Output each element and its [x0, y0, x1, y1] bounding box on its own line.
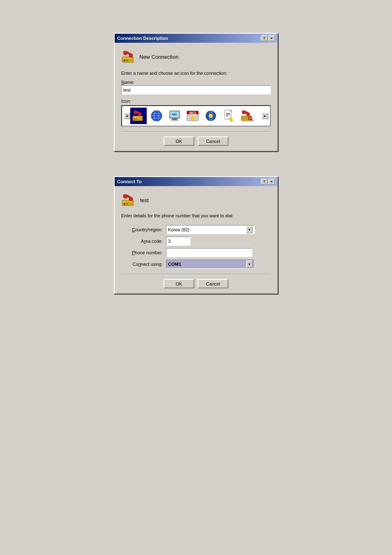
- connection-icon: [121, 193, 136, 207]
- dialog2-title: Connect To: [117, 179, 142, 184]
- country-dropdown-arrow[interactable]: ▼: [246, 226, 253, 233]
- area-label-cell: Area code:: [121, 235, 164, 247]
- modem-icon: [121, 49, 136, 64]
- dialog2-header: test: [121, 193, 271, 207]
- help-button-2[interactable]: ?: [261, 179, 267, 184]
- scroll-left-arrow[interactable]: ◄: [124, 113, 130, 119]
- svg-point-4: [129, 60, 130, 61]
- dialog2-buttons: OK Cancel: [121, 279, 271, 288]
- country-label-cell: Country/region:: [121, 224, 164, 235]
- cancel-button-2[interactable]: Cancel: [198, 279, 228, 288]
- connect-using-value: COM1: [168, 262, 181, 267]
- title-bar-buttons-2: ? ×: [261, 179, 275, 184]
- phone-input[interactable]: [166, 248, 252, 257]
- dialog1-icon-label: New Connection: [139, 54, 178, 60]
- connect-using-dropdown[interactable]: COM1 ▼: [166, 260, 255, 269]
- scroll-right-arrow[interactable]: ►: [262, 113, 268, 119]
- ok-button-1[interactable]: OK: [164, 136, 194, 146]
- svg-point-7: [134, 119, 136, 120]
- dialog1-title: Connection Description: [117, 36, 168, 41]
- connect-form: Country/region: Korea (82) ▼ Area code:: [121, 224, 271, 270]
- svg-point-39: [129, 203, 130, 205]
- svg-point-37: [124, 203, 125, 205]
- title-bar-1: Connection Description ? ×: [115, 34, 277, 43]
- icon-item-4[interactable]: MCI: [184, 108, 201, 124]
- connect-to-dialog: Connect To ? × test Enter details for th…: [114, 176, 278, 294]
- separator-1: [121, 131, 271, 132]
- country-value: Korea (82): [168, 227, 189, 232]
- dialog2-description: Enter details for the phone number that …: [121, 213, 271, 218]
- area-label: Area code:: [141, 239, 163, 244]
- country-value-cell: Korea (82) ▼: [164, 224, 271, 235]
- phone-value-cell: [164, 247, 271, 258]
- country-label: Country/region:: [132, 227, 163, 232]
- icon-section-label: Icon:: [121, 99, 271, 104]
- separator-2: [121, 274, 271, 275]
- country-row: Country/region: Korea (82) ▼: [121, 224, 271, 235]
- svg-text:MC: MC: [172, 113, 178, 116]
- help-button-1[interactable]: ?: [261, 35, 267, 41]
- title-bar-buttons-1: ? ×: [261, 35, 275, 41]
- icon-item-2[interactable]: [148, 108, 165, 124]
- icon-item-1[interactable]: [130, 108, 147, 124]
- svg-line-34: [251, 120, 253, 121]
- title-bar-2: Connect To ? ×: [115, 177, 277, 186]
- svg-text:MCI: MCI: [189, 111, 196, 115]
- phone-row: Phone number:: [121, 247, 271, 258]
- dialog1-body: New Connection Enter a name and choose a…: [115, 43, 277, 151]
- svg-point-2: [124, 60, 125, 61]
- connect-using-value-cell: COM1 ▼: [164, 258, 271, 270]
- svg-rect-17: [171, 120, 178, 120]
- icon-item-6[interactable]: [221, 108, 237, 124]
- icon-label-i: Icon:: [121, 99, 131, 104]
- svg-point-38: [126, 203, 128, 205]
- svg-point-3: [126, 60, 128, 61]
- dialog1-description: Enter a name and choose an icon for the …: [121, 71, 271, 76]
- phone-label: Phone number:: [132, 250, 163, 255]
- icon-strip-container: ◄: [121, 105, 271, 127]
- svg-rect-6: [133, 117, 141, 118]
- name-field-label: Name:: [121, 80, 271, 85]
- close-button-1[interactable]: ×: [268, 35, 275, 41]
- phone-label-cell: Phone number:: [121, 247, 164, 258]
- close-button-2[interactable]: ×: [268, 179, 275, 184]
- connect-using-dropdown-arrow[interactable]: ▼: [246, 260, 253, 268]
- area-input[interactable]: [166, 237, 191, 246]
- svg-rect-36: [123, 201, 133, 203]
- area-value-cell: [164, 235, 271, 247]
- svg-rect-1: [123, 58, 133, 59]
- svg-point-22: [191, 116, 195, 120]
- icon-item-7[interactable]: [239, 108, 255, 124]
- connect-using-row: Connect using: COM1 ▼: [121, 258, 271, 270]
- icon-strip: MC MCI: [130, 108, 262, 124]
- connect-using-label-cell: Connect using:: [121, 258, 164, 270]
- icon-item-3[interactable]: MC: [166, 108, 183, 124]
- dialog2-body: test Enter details for the phone number …: [115, 186, 277, 293]
- country-dropdown[interactable]: Korea (82) ▼: [166, 225, 255, 234]
- icon-item-5[interactable]: [203, 108, 219, 124]
- svg-rect-16: [173, 118, 177, 120]
- svg-point-8: [136, 119, 138, 120]
- name-label-n: Name:: [121, 80, 134, 85]
- cancel-button-1[interactable]: Cancel: [198, 136, 228, 146]
- dialog1-header: New Connection: [121, 49, 271, 64]
- connect-using-label: Connect using:: [133, 262, 163, 267]
- area-row: Area code:: [121, 235, 271, 247]
- dialog2-connection-name: test: [140, 197, 149, 203]
- dialog1-buttons: OK Cancel: [121, 136, 271, 146]
- ok-button-2[interactable]: OK: [164, 279, 194, 288]
- connection-description-dialog: Connection Description ? × New Connectio…: [114, 33, 278, 152]
- svg-rect-5: [133, 116, 143, 121]
- name-input[interactable]: [121, 85, 271, 94]
